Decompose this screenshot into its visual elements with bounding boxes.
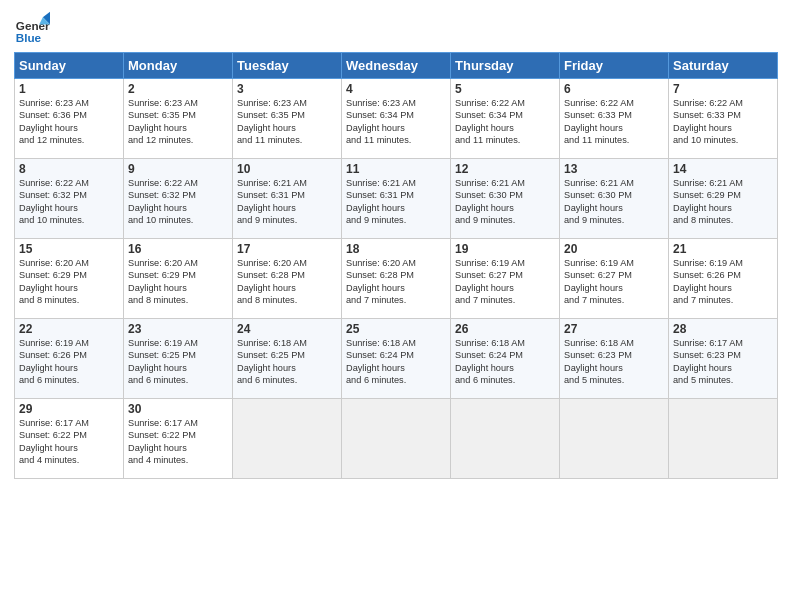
week-row-4: 22Sunrise: 6:19 AMSunset: 6:26 PMDayligh… <box>15 319 778 399</box>
day-number: 21 <box>673 242 773 256</box>
day-number: 30 <box>128 402 228 416</box>
week-row-2: 8Sunrise: 6:22 AMSunset: 6:32 PMDaylight… <box>15 159 778 239</box>
day-number: 13 <box>564 162 664 176</box>
calendar-cell: 6Sunrise: 6:22 AMSunset: 6:33 PMDaylight… <box>560 79 669 159</box>
calendar-cell: 12Sunrise: 6:21 AMSunset: 6:30 PMDayligh… <box>451 159 560 239</box>
day-number: 15 <box>19 242 119 256</box>
calendar-cell: 9Sunrise: 6:22 AMSunset: 6:32 PMDaylight… <box>124 159 233 239</box>
header: General Blue <box>14 10 778 46</box>
day-number: 19 <box>455 242 555 256</box>
weekday-header-thursday: Thursday <box>451 53 560 79</box>
day-number: 11 <box>346 162 446 176</box>
weekday-header-wednesday: Wednesday <box>342 53 451 79</box>
calendar-cell: 8Sunrise: 6:22 AMSunset: 6:32 PMDaylight… <box>15 159 124 239</box>
day-number: 14 <box>673 162 773 176</box>
calendar-cell: 1Sunrise: 6:23 AMSunset: 6:36 PMDaylight… <box>15 79 124 159</box>
week-row-3: 15Sunrise: 6:20 AMSunset: 6:29 PMDayligh… <box>15 239 778 319</box>
calendar-cell: 27Sunrise: 6:18 AMSunset: 6:23 PMDayligh… <box>560 319 669 399</box>
day-number: 23 <box>128 322 228 336</box>
day-number: 17 <box>237 242 337 256</box>
day-number: 18 <box>346 242 446 256</box>
day-number: 1 <box>19 82 119 96</box>
calendar-cell: 11Sunrise: 6:21 AMSunset: 6:31 PMDayligh… <box>342 159 451 239</box>
calendar-cell: 20Sunrise: 6:19 AMSunset: 6:27 PMDayligh… <box>560 239 669 319</box>
main-container: General Blue SundayMondayTuesdayWednesda… <box>0 0 792 489</box>
day-number: 3 <box>237 82 337 96</box>
calendar-cell: 15Sunrise: 6:20 AMSunset: 6:29 PMDayligh… <box>15 239 124 319</box>
day-number: 10 <box>237 162 337 176</box>
week-row-5: 29Sunrise: 6:17 AMSunset: 6:22 PMDayligh… <box>15 399 778 479</box>
calendar-cell: 21Sunrise: 6:19 AMSunset: 6:26 PMDayligh… <box>669 239 778 319</box>
calendar-cell: 5Sunrise: 6:22 AMSunset: 6:34 PMDaylight… <box>451 79 560 159</box>
svg-text:Blue: Blue <box>16 31 42 44</box>
day-number: 28 <box>673 322 773 336</box>
logo-icon: General Blue <box>14 10 50 46</box>
day-number: 5 <box>455 82 555 96</box>
calendar-cell: 29Sunrise: 6:17 AMSunset: 6:22 PMDayligh… <box>15 399 124 479</box>
weekday-header-friday: Friday <box>560 53 669 79</box>
weekday-header-tuesday: Tuesday <box>233 53 342 79</box>
calendar-cell: 3Sunrise: 6:23 AMSunset: 6:35 PMDaylight… <box>233 79 342 159</box>
weekday-header-saturday: Saturday <box>669 53 778 79</box>
day-number: 4 <box>346 82 446 96</box>
calendar-cell: 23Sunrise: 6:19 AMSunset: 6:25 PMDayligh… <box>124 319 233 399</box>
day-number: 6 <box>564 82 664 96</box>
day-number: 20 <box>564 242 664 256</box>
calendar-cell <box>451 399 560 479</box>
calendar-cell: 17Sunrise: 6:20 AMSunset: 6:28 PMDayligh… <box>233 239 342 319</box>
calendar-cell: 24Sunrise: 6:18 AMSunset: 6:25 PMDayligh… <box>233 319 342 399</box>
calendar-cell: 4Sunrise: 6:23 AMSunset: 6:34 PMDaylight… <box>342 79 451 159</box>
calendar-cell: 10Sunrise: 6:21 AMSunset: 6:31 PMDayligh… <box>233 159 342 239</box>
day-number: 22 <box>19 322 119 336</box>
calendar-header-row: SundayMondayTuesdayWednesdayThursdayFrid… <box>15 53 778 79</box>
calendar-table: SundayMondayTuesdayWednesdayThursdayFrid… <box>14 52 778 479</box>
calendar-cell <box>342 399 451 479</box>
calendar-cell: 2Sunrise: 6:23 AMSunset: 6:35 PMDaylight… <box>124 79 233 159</box>
calendar-cell <box>233 399 342 479</box>
calendar-cell <box>669 399 778 479</box>
calendar-cell: 22Sunrise: 6:19 AMSunset: 6:26 PMDayligh… <box>15 319 124 399</box>
calendar-cell <box>560 399 669 479</box>
day-number: 29 <box>19 402 119 416</box>
day-number: 26 <box>455 322 555 336</box>
day-number: 2 <box>128 82 228 96</box>
calendar-cell: 26Sunrise: 6:18 AMSunset: 6:24 PMDayligh… <box>451 319 560 399</box>
calendar-cell: 30Sunrise: 6:17 AMSunset: 6:22 PMDayligh… <box>124 399 233 479</box>
calendar-cell: 25Sunrise: 6:18 AMSunset: 6:24 PMDayligh… <box>342 319 451 399</box>
calendar-cell: 28Sunrise: 6:17 AMSunset: 6:23 PMDayligh… <box>669 319 778 399</box>
calendar-cell: 18Sunrise: 6:20 AMSunset: 6:28 PMDayligh… <box>342 239 451 319</box>
day-number: 12 <box>455 162 555 176</box>
day-number: 8 <box>19 162 119 176</box>
calendar-cell: 19Sunrise: 6:19 AMSunset: 6:27 PMDayligh… <box>451 239 560 319</box>
calendar-cell: 13Sunrise: 6:21 AMSunset: 6:30 PMDayligh… <box>560 159 669 239</box>
calendar-cell: 7Sunrise: 6:22 AMSunset: 6:33 PMDaylight… <box>669 79 778 159</box>
weekday-header-monday: Monday <box>124 53 233 79</box>
logo: General Blue <box>14 10 50 46</box>
weekday-header-sunday: Sunday <box>15 53 124 79</box>
day-number: 27 <box>564 322 664 336</box>
calendar-cell: 14Sunrise: 6:21 AMSunset: 6:29 PMDayligh… <box>669 159 778 239</box>
day-number: 24 <box>237 322 337 336</box>
day-number: 16 <box>128 242 228 256</box>
day-number: 7 <box>673 82 773 96</box>
calendar-cell: 16Sunrise: 6:20 AMSunset: 6:29 PMDayligh… <box>124 239 233 319</box>
week-row-1: 1Sunrise: 6:23 AMSunset: 6:36 PMDaylight… <box>15 79 778 159</box>
day-number: 25 <box>346 322 446 336</box>
day-number: 9 <box>128 162 228 176</box>
